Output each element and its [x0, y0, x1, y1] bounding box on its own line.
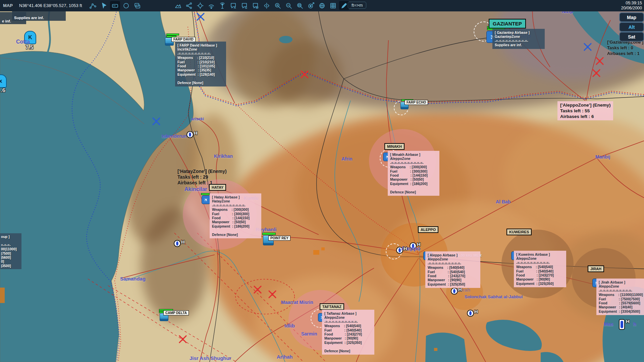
map-label-arihah: Arihah [277, 354, 293, 360]
map-mode-label: MAP [3, 3, 13, 8]
helicopter-icon-blue[interactable] [195, 11, 206, 22]
gaziantep-info-panel: [ Gaziantep Airbase ]GaziantepZone-=-=-=… [492, 29, 545, 49]
health-bar [201, 193, 210, 195]
helipad-unit-marker[interactable] [467, 310, 474, 317]
helipad-unit-marker[interactable] [174, 240, 181, 247]
map-label-maarrat-misrin: Maarrat Misrin [281, 300, 313, 305]
svg-text:W: W [256, 6, 259, 9]
circle-tool-icon[interactable] [121, 1, 131, 10]
date-display: 20/06/2000 [621, 6, 642, 11]
farp-echo-label[interactable]: FARP ECHO [405, 100, 428, 105]
helicopter-icon-red[interactable] [594, 55, 605, 67]
unit-dome-marker-x[interactable]: x [0, 74, 7, 88]
farp-david-label[interactable]: FARP DAVID [171, 37, 196, 42]
zoom-region-tool-icon[interactable] [295, 1, 305, 10]
hatay-airbase-icon[interactable]: ✈ [202, 195, 210, 204]
grid-tool-icon[interactable] [328, 1, 338, 10]
antenna-tool-icon[interactable] [217, 1, 227, 10]
map-label-kirikhan: Kirikhan [214, 154, 233, 159]
helicopter-icon-red[interactable] [299, 69, 310, 80]
bullseye-tool-icon[interactable] [306, 1, 316, 10]
unit-h-label: H [404, 246, 407, 251]
airplane-icon: ✈ [203, 196, 209, 203]
time-display: 05:39:15 [621, 1, 642, 6]
unit-toggle-button[interactable]: ft=>m [348, 2, 366, 9]
helipad-unit-marker[interactable] [186, 131, 194, 138]
globe-tool-icon[interactable] [317, 1, 327, 10]
mirror-tool-icon[interactable] [262, 1, 272, 10]
camp-delta-label[interactable]: CAMP DELTA [163, 310, 189, 315]
supplies-text: Supplies are inf. [14, 16, 44, 20]
taftanaz-info-panel: [ Taftanaz Airbase ]AleppoZone-=-=-=-=-=… [322, 310, 374, 355]
helicopter-icon-red[interactable] [177, 334, 189, 345]
signal-tool-icon[interactable] [206, 1, 216, 10]
map-label-sarmin: Sarmin [301, 331, 317, 337]
map-label-jisr: Jisr Ash Shughur [190, 355, 231, 361]
minakh-info-panel: [ Minakh Airbase ]AleppoZone-=-=-=-=-=-=… [388, 151, 439, 196]
unit-k-value: 7.5 [25, 44, 34, 51]
chat-a-tool-icon[interactable]: A [228, 1, 238, 10]
label-tool-icon[interactable] [110, 1, 120, 10]
chat-w-tool-icon[interactable]: W [251, 1, 261, 10]
crosshair-tool-icon[interactable] [195, 1, 205, 10]
cursor-tool-icon[interactable] [99, 1, 109, 10]
hatayzone-status: ['HatayZone'] (Enemy)Tasks left : 29Airb… [177, 169, 227, 186]
left-group-info-panel: oup ] =-=-=-00|11000]|7500]|5600]0]|3500… [0, 233, 21, 269]
helicopter-icon-red[interactable] [252, 284, 263, 295]
point-rey-label[interactable]: POINT REY [268, 236, 290, 241]
clock-display: 05:39:15 20/06/2000 [621, 1, 642, 11]
top-toolbar: MAP N36°41.406 E38°05.527, 1053 ft A G W [0, 0, 644, 11]
aleppo-info-panel: [ Aleppo Airbase ]AleppoZone-=-=-=-=-=-=… [425, 251, 480, 288]
terrain-tool-icon[interactable] [173, 1, 183, 10]
svg-text:A: A [234, 6, 236, 9]
route-tool-icon[interactable] [88, 1, 98, 10]
lake-jabbul [486, 320, 564, 362]
jirah-label[interactable]: JIRAH [588, 265, 604, 272]
map-label-mas: Mas [604, 321, 613, 327]
map-label-iskenderun: Iskenderun [162, 133, 187, 139]
helicopter-icon-blue[interactable] [151, 116, 162, 127]
map-view-button[interactable]: Map [619, 12, 644, 22]
map-label-samandag: Samandag [120, 276, 146, 282]
town-marker [313, 250, 319, 255]
minakh-label[interactable]: MINAKH [384, 143, 405, 150]
helipad-unit-marker[interactable] [619, 319, 625, 330]
svg-text:G: G [245, 6, 247, 9]
map-label-mas-suffix: h [633, 321, 636, 327]
kuweires-info-panel: [ Kuweires Airbase ]AleppoZone-=-=-=-=-=… [514, 251, 566, 287]
hatay-info-panel: [ Hatay Airbase ]HatayZone-=-=-=-=-=-=-=… [210, 193, 261, 238]
aleppozone-status: ['AleppoZone'] (Enemy)Tasks left : 55Air… [557, 101, 613, 120]
share-tool-icon[interactable] [184, 1, 194, 10]
unit-x-value: .6 [1, 87, 5, 94]
map-label-idlib: Idlib [284, 323, 295, 328]
farp-david-info-panel: [ FARP David Helibase ]IncirlikZone-=-=-… [175, 42, 226, 86]
helicopter-icon-blue[interactable] [582, 41, 593, 53]
town-marker [434, 348, 437, 351]
unit-h-label: H [417, 241, 421, 247]
jirah-info-panel: [ Jirah Airbase ]AleppoZone-=-=-=-=-=-=-… [596, 279, 644, 315]
dcs-f10-map-screen: ✈ ✈ ✈ ✈ ✈ ✈ ✈ ✈ H H H H H H [0, 0, 644, 362]
map-label-akincilar: Akincilar [184, 186, 207, 192]
alt-view-button[interactable]: Alt [619, 22, 644, 32]
health-bar [262, 233, 276, 235]
map-label-sariseki: ariseki [191, 117, 204, 121]
cursor-coordinates: N36°41.406 E38°05.527, 1053 ft [19, 3, 82, 8]
town-marker [321, 247, 325, 250]
zoom-out-tool-icon[interactable] [284, 1, 294, 10]
map-canvas[interactable]: ✈ ✈ ✈ ✈ ✈ ✈ ✈ ✈ H H H H H H [0, 0, 644, 362]
sea-mediterranean [0, 0, 193, 362]
town-marker [0, 288, 5, 303]
map-label-afrin: Afrin [341, 156, 353, 162]
lake-south-center [425, 333, 467, 362]
sat-view-button[interactable]: Sat [619, 32, 644, 42]
helicopter-icon-red[interactable] [267, 289, 278, 300]
chat-g-tool-icon[interactable]: G [239, 1, 250, 10]
kuweires-label[interactable]: KUWEIRES [506, 229, 532, 235]
layers-tool-icon[interactable] [132, 1, 142, 10]
gaziantep-label[interactable]: GAZIANTEP [489, 19, 526, 28]
helicopter-icon-red[interactable] [591, 67, 602, 79]
map-label-al-bab: Al Bab [496, 199, 511, 204]
aleppo-label[interactable]: ALEPPO [418, 226, 438, 233]
zoom-in-tool-icon[interactable] [273, 1, 283, 10]
taftanaz-label[interactable]: TAFTANAZ [320, 303, 344, 310]
